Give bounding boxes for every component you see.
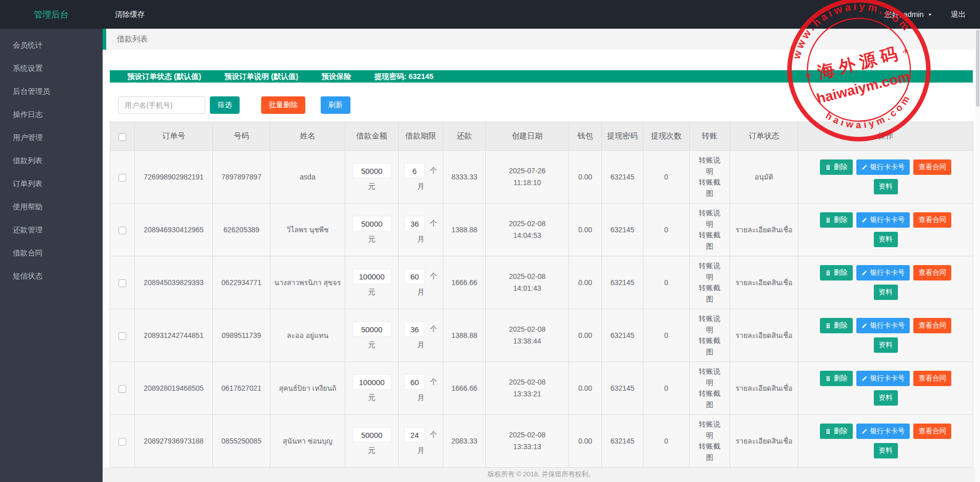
transfer-screenshot-link[interactable]: 转账截图 (697, 388, 722, 410)
term-input[interactable]: 24 (404, 427, 425, 443)
row-checkbox[interactable] (119, 279, 126, 287)
bulk-delete-button[interactable]: 批量删除 (261, 96, 305, 114)
column-header-5: 还款 (443, 122, 486, 151)
filter-button[interactable]: 筛选 (210, 96, 240, 114)
profile-button[interactable]: 资料 (874, 285, 898, 300)
amount-input[interactable]: 50000 (352, 322, 391, 337)
preset-insurance-link[interactable]: 预设保险 (321, 72, 351, 82)
sidebar-item-user-management[interactable]: 用户管理 (0, 126, 103, 149)
transfer-note-link[interactable]: 转账说明 (697, 155, 722, 177)
bank-card-button[interactable]: 银行卡卡号 (856, 212, 910, 228)
created-time: 13:33:13 (487, 441, 567, 453)
sidebar-item-member-stats[interactable]: 会员统计 (0, 34, 103, 57)
cell-transfer: 转账说明 转账截图 (690, 309, 730, 362)
amount-input[interactable]: 50000 (352, 427, 391, 443)
created-date: 2025-02-08 (487, 324, 567, 336)
delete-label: 删除 (834, 427, 848, 436)
row-checkbox[interactable] (119, 385, 126, 393)
transfer-note-link[interactable]: 转账说明 (697, 366, 722, 388)
transfer-screenshot-link[interactable]: 转账截图 (697, 230, 722, 252)
column-header-6: 创建日期 (486, 122, 569, 151)
term-input[interactable]: 6 (404, 163, 425, 178)
profile-button[interactable]: 资料 (874, 232, 898, 247)
order-status: อนุมัติ (732, 172, 796, 183)
cell-phone: 7897897897 (213, 151, 270, 204)
row-checkbox[interactable] (119, 438, 126, 446)
transfer-note-link[interactable]: 转账说明 (697, 313, 722, 335)
search-input[interactable] (118, 96, 205, 114)
sidebar-item-operation-logs[interactable]: 操作日志 (0, 103, 103, 126)
view-contract-button[interactable]: 查看合同 (913, 424, 951, 439)
bank-card-button[interactable]: 银行卡卡号 (856, 159, 910, 175)
amount-input[interactable]: 50000 (352, 163, 391, 178)
sidebar-item-help[interactable]: 使用帮助 (0, 195, 103, 218)
profile-button[interactable]: 资料 (874, 337, 898, 353)
view-contract-button[interactable]: 查看合同 (913, 265, 951, 280)
sidebar-item-loan-contract[interactable]: 借款合同 (0, 242, 103, 265)
unit-yuan: 元 (347, 446, 397, 455)
cell-created-date: 2025-02-08 13:33:13 (486, 415, 569, 468)
bank-card-button[interactable]: 银行卡卡号 (856, 265, 910, 280)
profile-button[interactable]: 资料 (874, 443, 898, 458)
transfer-screenshot-link[interactable]: 转账截图 (697, 177, 722, 199)
view-contract-button[interactable]: 查看合同 (913, 159, 951, 175)
transfer-note-link[interactable]: 转账说明 (697, 419, 722, 441)
delete-button[interactable]: 删除 (820, 159, 853, 175)
transfer-screenshot-link[interactable]: 转账截图 (697, 335, 722, 357)
row-checkbox[interactable] (119, 227, 126, 234)
delete-button[interactable]: 删除 (820, 318, 853, 333)
term-input[interactable]: 36 (404, 322, 425, 337)
unit-month: 月 (400, 393, 441, 403)
delete-button[interactable]: 删除 (820, 212, 853, 228)
pencil-icon (861, 217, 868, 223)
row-checkbox[interactable] (119, 332, 126, 340)
term-input[interactable]: 60 (404, 269, 425, 284)
unit-yuan: 元 (347, 235, 397, 244)
scrollbar-thumb[interactable] (976, 30, 979, 107)
bank-card-button[interactable]: 银行卡卡号 (856, 371, 910, 386)
term-input[interactable]: 60 (404, 374, 425, 390)
user-menu[interactable]: 您好, admin ▼ (885, 10, 932, 19)
unit-month: 月 (400, 288, 441, 297)
amount-input[interactable]: 100000 (352, 269, 391, 284)
amount-input[interactable]: 50000 (352, 216, 391, 231)
sidebar-item-loan-list[interactable]: 借款列表 (0, 149, 103, 172)
brand-title[interactable]: 管理后台 (0, 9, 103, 21)
profile-label: 资料 (879, 340, 893, 350)
cell-name: สุนันทา ซ่อนบุญ (270, 415, 345, 468)
delete-button[interactable]: 删除 (820, 371, 853, 386)
refresh-button[interactable]: 刷新 (321, 96, 350, 114)
transfer-screenshot-link[interactable]: 转账截图 (697, 441, 722, 463)
select-all-checkbox[interactable] (119, 133, 126, 141)
profile-button[interactable]: 资料 (874, 390, 898, 406)
delete-button[interactable]: 删除 (820, 424, 853, 439)
bank-card-button[interactable]: 银行卡卡号 (856, 318, 910, 333)
scrollbar[interactable] (975, 29, 980, 482)
view-contract-button[interactable]: 查看合同 (913, 212, 951, 228)
preset-order-desc-link[interactable]: 预设订单说明 (默认值) (224, 72, 298, 82)
cell-transfer: 转账说明 转账截图 (690, 151, 730, 204)
view-contract-button[interactable]: 查看合同 (913, 371, 951, 386)
term-input[interactable]: 36 (404, 216, 425, 231)
logout-link[interactable]: 退出 (951, 10, 966, 19)
sidebar-item-repayment-management[interactable]: 还款管理 (0, 218, 103, 242)
sidebar-item-sms-status[interactable]: 短信状态 (0, 265, 103, 288)
sidebar-item-system-settings[interactable]: 系统设置 (0, 57, 103, 80)
bank-card-button[interactable]: 银行卡卡号 (856, 424, 910, 439)
sidebar-item-admin-managers[interactable]: 后台管理员 (0, 80, 103, 103)
transfer-note-link[interactable]: 转账说明 (697, 208, 722, 230)
unit-ge: 个 (430, 430, 437, 439)
order-status: รายละเอียดสินเชื่อ (732, 330, 796, 341)
cell-withdraw-password: 632145 (602, 415, 643, 468)
delete-button[interactable]: 删除 (820, 265, 853, 280)
transfer-note-link[interactable]: 转账说明 (697, 260, 722, 283)
row-checkbox[interactable] (119, 174, 126, 182)
view-contract-button[interactable]: 查看合同 (913, 318, 951, 333)
profile-button[interactable]: 资料 (874, 179, 898, 194)
transfer-screenshot-link[interactable]: 转账截图 (697, 283, 722, 305)
sidebar-item-order-list[interactable]: 订单列表 (0, 172, 103, 195)
preset-order-status-link[interactable]: 预设订单状态 (默认值) (127, 72, 201, 82)
pencil-icon (861, 428, 868, 434)
clear-cache-link[interactable]: 清除缓存 (115, 10, 145, 19)
amount-input[interactable]: 100000 (352, 374, 391, 390)
